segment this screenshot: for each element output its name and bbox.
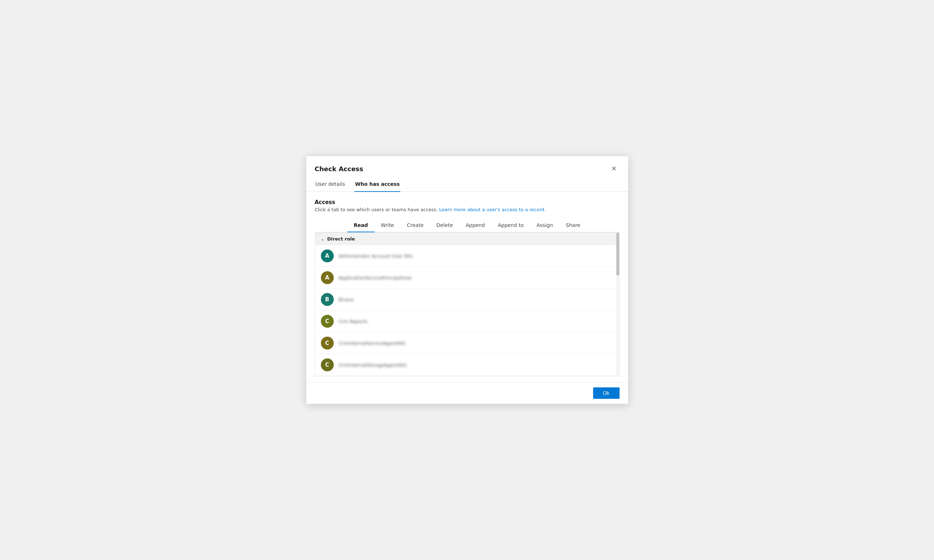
item-name: Briana: [339, 297, 354, 302]
dialog-header: Check Access ✕: [306, 156, 628, 174]
access-tab-assign[interactable]: Assign: [530, 219, 559, 232]
access-tabs: Read Write Create Delete Append Append t…: [315, 219, 619, 232]
avatar: A: [321, 249, 334, 262]
access-tab-append-to[interactable]: Append to: [491, 219, 530, 232]
item-name: CrmInternalServiceAgent001: [339, 341, 406, 346]
scrollbar-track[interactable]: [616, 233, 619, 376]
access-tab-write[interactable]: Write: [375, 219, 401, 232]
access-section-title: Access: [315, 199, 619, 206]
avatar: B: [321, 293, 334, 306]
access-tab-read[interactable]: Read: [347, 219, 375, 232]
close-button[interactable]: ✕: [608, 163, 619, 174]
check-access-dialog: Check Access ✕ User details Who has acce…: [306, 156, 628, 404]
access-tab-append[interactable]: Append: [459, 219, 491, 232]
list-item: B Briana: [315, 289, 619, 311]
item-name: Crm Reports: [339, 319, 368, 324]
list-item: A ApplicationServicePrincipalUser: [315, 267, 619, 289]
avatar: C: [321, 315, 334, 328]
dialog-title: Check Access: [315, 165, 363, 172]
learn-more-link[interactable]: Learn more about a user's access to a re…: [439, 207, 546, 212]
access-tab-delete[interactable]: Delete: [430, 219, 459, 232]
chevron-down-icon: ⌄: [321, 237, 324, 242]
access-tab-share[interactable]: Share: [559, 219, 587, 232]
dialog-body: Access Click a tab to see which users or…: [306, 192, 628, 382]
item-name: CrmInternalStorageAgent001: [339, 362, 407, 368]
tab-user-details[interactable]: User details: [315, 178, 346, 192]
direct-role-section-header[interactable]: ⌄ Direct role: [315, 233, 619, 245]
item-name: ApplicationServicePrincipalUser: [339, 275, 412, 280]
access-tab-create[interactable]: Create: [400, 219, 430, 232]
top-tabs: User details Who has access: [306, 174, 628, 192]
list-item: C CrmInternalStorageAgent001: [315, 354, 619, 376]
avatar: C: [321, 337, 334, 349]
avatar: A: [321, 271, 334, 284]
tab-who-has-access[interactable]: Who has access: [355, 178, 401, 192]
list-container: ⌄ Direct role A Administrator Account Us…: [315, 232, 619, 376]
direct-role-label: Direct role: [327, 236, 355, 242]
access-description: Click a tab to see which users or teams …: [315, 207, 619, 212]
dialog-footer: Ok: [306, 382, 628, 404]
item-name: Administrator Account User 001: [339, 253, 413, 259]
access-description-text: Click a tab to see which users or teams …: [315, 207, 439, 212]
ok-button[interactable]: Ok: [593, 388, 619, 399]
list-item: C Crm Reports: [315, 311, 619, 332]
list-item: C CrmInternalServiceAgent001: [315, 332, 619, 354]
list-item: A Administrator Account User 001: [315, 245, 619, 267]
scrollbar-thumb[interactable]: [616, 233, 619, 275]
avatar: C: [321, 358, 334, 371]
